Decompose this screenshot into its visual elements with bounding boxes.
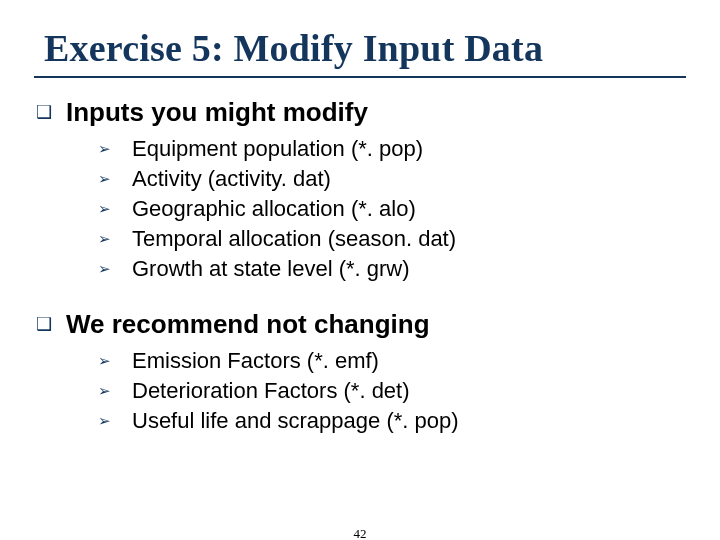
arrow-bullet-icon: ➢ bbox=[98, 194, 132, 224]
list-item: ➢ Equipment population (*. pop) bbox=[98, 134, 720, 164]
list-item: ➢ Temporal allocation (season. dat) bbox=[98, 224, 720, 254]
list-item: ➢ Growth at state level (*. grw) bbox=[98, 254, 720, 284]
list-item: ➢ Geographic allocation (*. alo) bbox=[98, 194, 720, 224]
arrow-bullet-icon: ➢ bbox=[98, 164, 132, 194]
list-item: ➢ Emission Factors (*. emf) bbox=[98, 346, 720, 376]
list-item-text: Deterioration Factors (*. det) bbox=[132, 376, 410, 406]
list-item-text: Geographic allocation (*. alo) bbox=[132, 194, 416, 224]
section-heading-1: ❑ Inputs you might modify bbox=[36, 96, 720, 128]
title-underline bbox=[34, 76, 686, 78]
list-item-text: Temporal allocation (season. dat) bbox=[132, 224, 456, 254]
section-heading-text: Inputs you might modify bbox=[66, 96, 368, 128]
slide-body: ❑ Inputs you might modify ➢ Equipment po… bbox=[36, 96, 720, 436]
list-item: ➢ Useful life and scrappage (*. pop) bbox=[98, 406, 720, 436]
section-heading-2: ❑ We recommend not changing bbox=[36, 308, 720, 340]
arrow-bullet-icon: ➢ bbox=[98, 406, 132, 436]
section-heading-text: We recommend not changing bbox=[66, 308, 430, 340]
list-item: ➢ Deterioration Factors (*. det) bbox=[98, 376, 720, 406]
list-item-text: Equipment population (*. pop) bbox=[132, 134, 423, 164]
list-item-text: Useful life and scrappage (*. pop) bbox=[132, 406, 459, 436]
arrow-bullet-icon: ➢ bbox=[98, 224, 132, 254]
square-bullet-icon: ❑ bbox=[36, 96, 66, 128]
slide-title: Exercise 5: Modify Input Data bbox=[44, 26, 720, 70]
slide: Exercise 5: Modify Input Data ❑ Inputs y… bbox=[0, 26, 720, 540]
arrow-bullet-icon: ➢ bbox=[98, 254, 132, 284]
list-item-text: Growth at state level (*. grw) bbox=[132, 254, 410, 284]
square-bullet-icon: ❑ bbox=[36, 308, 66, 340]
list-item-text: Activity (activity. dat) bbox=[132, 164, 331, 194]
page-number: 42 bbox=[0, 526, 720, 540]
arrow-bullet-icon: ➢ bbox=[98, 346, 132, 376]
arrow-bullet-icon: ➢ bbox=[98, 376, 132, 406]
list-item: ➢ Activity (activity. dat) bbox=[98, 164, 720, 194]
arrow-bullet-icon: ➢ bbox=[98, 134, 132, 164]
list-item-text: Emission Factors (*. emf) bbox=[132, 346, 379, 376]
